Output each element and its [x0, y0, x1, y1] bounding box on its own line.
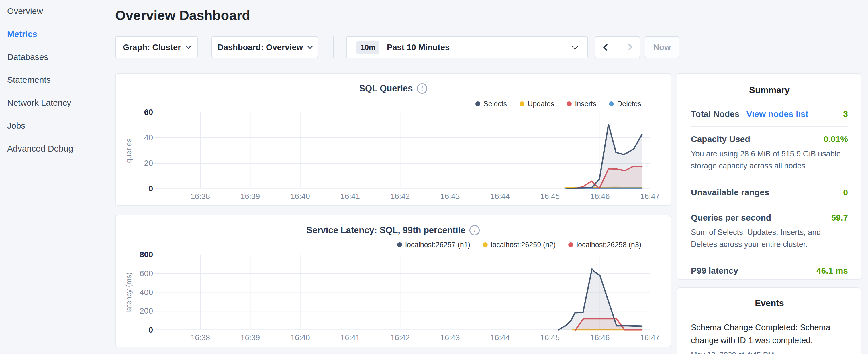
- legend-label: localhost:26257 (n1): [405, 240, 470, 249]
- time-nav-group: [595, 36, 640, 58]
- sidebar-item-metrics[interactable]: Metrics: [7, 27, 110, 41]
- graph-dropdown-label: Graph: Cluster: [123, 43, 181, 52]
- summary-rows: Total NodesView nodes list3Capacity Used…: [691, 109, 848, 276]
- divider: [691, 205, 848, 205]
- time-back-button[interactable]: [595, 37, 618, 58]
- x-axis-tick: 16:42: [383, 192, 417, 201]
- x-axis-tick: 16:46: [583, 192, 617, 201]
- info-icon[interactable]: i: [469, 225, 480, 235]
- x-axis-tick: 16:41: [333, 192, 367, 201]
- legend-label: Updates: [528, 100, 554, 108]
- now-button-label: Now: [653, 43, 671, 52]
- view-nodes-list-link[interactable]: View nodes list: [746, 109, 808, 119]
- events-list: Schema Change Completed: Schema change w…: [691, 321, 848, 354]
- y-axis-label: queries: [124, 108, 133, 194]
- chart-legend: localhost:26257 (n1)localhost:26259 (n2)…: [397, 240, 641, 249]
- legend-item[interactable]: Updates: [520, 100, 554, 108]
- event-time: May 13, 2020 at 4:45 PM: [691, 350, 848, 354]
- sidebar-item-statements[interactable]: Statements: [7, 73, 110, 87]
- legend-label: localhost:26259 (n2): [491, 240, 556, 249]
- x-axis-tick: 16:42: [383, 333, 417, 342]
- divider: [691, 126, 848, 127]
- legend-dot-icon: [568, 242, 573, 247]
- chart-plot-area[interactable]: [154, 255, 650, 330]
- sidebar-item-advanced-debug[interactable]: Advanced Debug: [7, 141, 110, 156]
- y-axis-tick: 0: [119, 325, 153, 335]
- info-icon[interactable]: i: [417, 83, 427, 94]
- legend-dot-icon: [609, 101, 614, 106]
- x-axis-tick: 16:41: [333, 333, 367, 342]
- sidebar-nav: OverviewMetricsDatabasesStatementsNetwor…: [7, 4, 110, 164]
- x-axis-tick: 16:38: [183, 333, 217, 342]
- chevron-down-icon: [307, 43, 313, 49]
- now-button[interactable]: Now: [645, 36, 679, 58]
- dashboard-dropdown[interactable]: Dashboard: Overview: [212, 36, 318, 58]
- x-axis-tick: 16:44: [483, 192, 517, 201]
- x-axis-tick: 16:39: [233, 333, 267, 342]
- time-range-dropdown[interactable]: 10m Past 10 Minutes: [346, 36, 588, 58]
- y-axis-tick: 800: [119, 250, 153, 259]
- sidebar-item-jobs[interactable]: Jobs: [7, 119, 110, 133]
- divider: [691, 258, 848, 258]
- events-title: Events: [691, 298, 848, 309]
- x-axis-tick: 16:43: [433, 333, 467, 342]
- sidebar-item-network-latency[interactable]: Network Latency: [7, 96, 110, 110]
- time-range-badge: 10m: [356, 41, 379, 54]
- y-axis-tick: 400: [119, 288, 153, 297]
- legend-label: Deletes: [617, 100, 641, 108]
- summary-row-subtext: You are using 28.6 MiB of 515.9 GiB usab…: [691, 148, 848, 172]
- summary-row-label: P99 latency: [691, 266, 738, 276]
- x-axis-tick: 16:46: [583, 333, 617, 342]
- summary-row-label: Capacity Used: [691, 134, 750, 144]
- legend-dot-icon: [397, 242, 402, 247]
- x-axis-tick: 16:43: [433, 192, 467, 201]
- sql-queries-chart-card: SQL Queries i SelectsUpdatesInsertsDelet…: [115, 73, 671, 206]
- y-axis-tick: 40: [119, 133, 153, 142]
- summary-title: Summary: [691, 85, 848, 95]
- x-axis-tick: 16:45: [533, 333, 567, 342]
- summary-row: Unavailable ranges0: [691, 188, 848, 197]
- x-axis-tick: 16:40: [283, 192, 317, 201]
- x-axis-tick: 16:44: [483, 333, 517, 342]
- summary-row-value: 0: [843, 188, 848, 197]
- summary-row-subtext: Sum of Selects, Updates, Inserts, and De…: [691, 227, 848, 251]
- time-range-label: Past 10 Minutes: [387, 43, 450, 52]
- chart-title: Service Latency: SQL, 99th percentile: [307, 225, 466, 235]
- legend-item[interactable]: localhost:26257 (n1): [397, 240, 470, 249]
- sidebar-item-databases[interactable]: Databases: [7, 50, 110, 64]
- chart-plot-area[interactable]: [154, 112, 650, 189]
- event-item[interactable]: Schema Change Completed: Schema change w…: [691, 321, 848, 354]
- time-forward-button[interactable]: [618, 37, 640, 58]
- summary-row-label: Queries per second: [691, 213, 771, 223]
- legend-item[interactable]: Deletes: [609, 100, 641, 108]
- y-axis-tick: 0: [119, 184, 153, 194]
- legend-item[interactable]: Selects: [475, 100, 507, 108]
- controls-divider: [333, 36, 334, 58]
- x-axis-tick: 16:47: [633, 192, 667, 201]
- graph-dropdown[interactable]: Graph: Cluster: [115, 36, 198, 58]
- x-axis-tick: 16:45: [533, 192, 567, 201]
- legend-item[interactable]: localhost:26258 (n3): [568, 240, 641, 249]
- x-axis-tick: 16:40: [283, 333, 317, 342]
- chart-legend: SelectsUpdatesInsertsDeletes: [475, 100, 641, 108]
- events-panel: Events Schema Change Completed: Schema c…: [677, 287, 861, 354]
- y-axis-tick: 600: [119, 269, 153, 279]
- x-axis-tick: 16:39: [233, 192, 267, 201]
- legend-item[interactable]: localhost:26259 (n2): [483, 240, 556, 249]
- legend-item[interactable]: Inserts: [567, 100, 596, 108]
- page-title: Overview Dashboard: [115, 7, 250, 23]
- chevron-down-icon: [185, 43, 191, 49]
- summary-row-value: 59.7: [831, 213, 848, 223]
- divider: [691, 180, 848, 180]
- summary-row-label: Unavailable ranges: [691, 188, 769, 197]
- x-axis-tick: 16:47: [633, 333, 667, 342]
- service-latency-chart-card: Service Latency: SQL, 99th percentile i …: [115, 215, 671, 347]
- summary-row-label: Total Nodes: [691, 109, 739, 119]
- dashboard-dropdown-label: Dashboard: Overview: [217, 43, 303, 52]
- sidebar-item-overview[interactable]: Overview: [7, 4, 110, 18]
- legend-dot-icon: [520, 101, 524, 106]
- chevron-right-icon: [625, 43, 632, 51]
- summary-row: Total NodesView nodes list3: [691, 109, 848, 119]
- y-axis-tick: 60: [119, 107, 153, 117]
- x-axis-tick: 16:38: [183, 192, 217, 201]
